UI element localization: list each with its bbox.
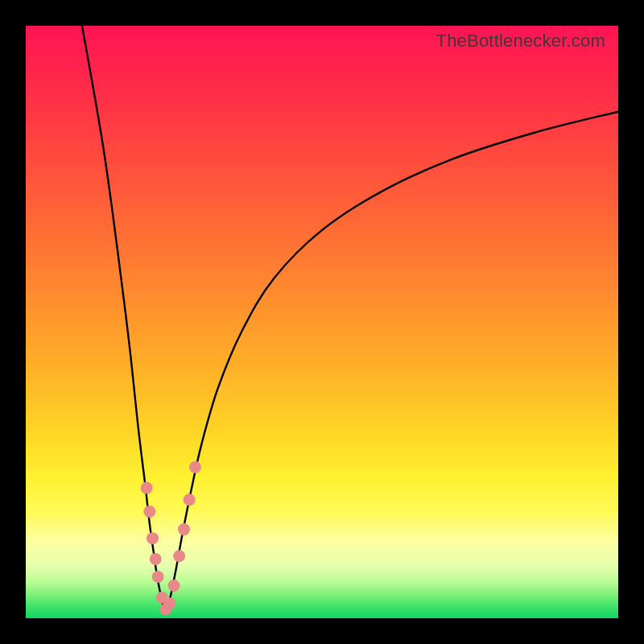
plot-area: TheBottlenecker.com [26, 26, 618, 618]
curve-left-branch [82, 26, 166, 611]
chart-frame: TheBottlenecker.com [0, 0, 644, 644]
highlight-dot [143, 506, 155, 518]
highlight-dot [173, 550, 185, 562]
highlight-dot [150, 553, 162, 565]
highlight-dot [184, 493, 196, 506]
highlight-dot [189, 461, 201, 473]
curve-right-branch [166, 112, 618, 611]
curves-layer [26, 26, 618, 618]
highlight-dot [141, 482, 153, 494]
highlight-dot [152, 571, 164, 583]
highlight-dot [147, 532, 159, 544]
highlight-dot [163, 597, 175, 609]
highlight-dot [168, 580, 180, 592]
highlight-dot [178, 523, 190, 535]
